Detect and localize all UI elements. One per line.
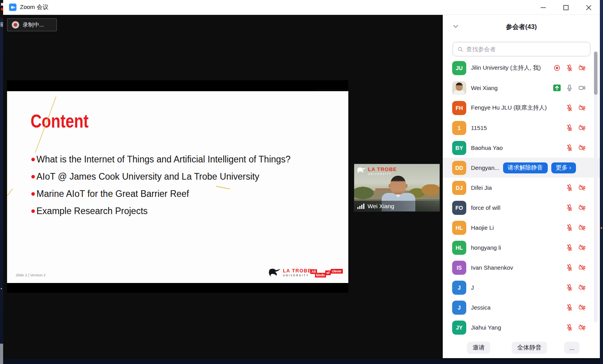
signal-bars-icon bbox=[357, 204, 365, 209]
participant-name: 11515 bbox=[471, 124, 487, 131]
mute-all-button[interactable]: 全体静音 bbox=[512, 342, 547, 354]
video-muted-icon[interactable] bbox=[578, 184, 586, 191]
recording-label: 录制中... bbox=[23, 22, 44, 29]
background-window-edge bbox=[0, 344, 3, 364]
video-muted-icon[interactable] bbox=[578, 224, 586, 231]
search-input[interactable] bbox=[466, 46, 590, 52]
video-muted-icon[interactable] bbox=[578, 204, 586, 211]
mic-muted-icon[interactable] bbox=[566, 264, 573, 271]
mic-muted-icon[interactable] bbox=[566, 144, 573, 151]
participant-row[interactable]: BYBaohua Yao bbox=[443, 138, 600, 158]
avatar bbox=[452, 81, 466, 95]
participants-panel: 参会者(43) JUJilin University (主持人, 我)Wei X… bbox=[443, 15, 600, 358]
video-muted-icon[interactable] bbox=[578, 264, 586, 271]
mic-muted-icon[interactable] bbox=[566, 224, 573, 231]
minimize-button[interactable] bbox=[532, 0, 554, 15]
mic-muted-icon[interactable] bbox=[566, 244, 573, 251]
participant-name: Jilin University (主持人, 我) bbox=[471, 64, 541, 72]
participant-row[interactable]: FOforce of will bbox=[443, 198, 600, 218]
participant-name: Jessica bbox=[471, 304, 491, 311]
mic-muted-icon[interactable] bbox=[566, 184, 573, 191]
avatar: HL bbox=[452, 221, 466, 235]
video-participant-name: Wei Xiang bbox=[368, 203, 394, 209]
bullet-dot-icon bbox=[31, 209, 35, 213]
participant-row[interactable]: Wei Xiang bbox=[443, 78, 600, 98]
video-muted-icon[interactable] bbox=[578, 284, 586, 291]
mic-muted-icon[interactable] bbox=[566, 284, 573, 291]
participant-row[interactable]: JUJilin University (主持人, 我) bbox=[443, 58, 600, 78]
participant-name: J bbox=[471, 284, 474, 291]
slide-title: Content bbox=[31, 110, 89, 132]
slide-bullet: Example Research Projects bbox=[31, 202, 291, 220]
video-muted-icon[interactable] bbox=[578, 64, 586, 72]
presenter-face bbox=[390, 176, 406, 195]
invite-button[interactable]: 邀请 bbox=[467, 342, 490, 354]
eagle-icon bbox=[357, 166, 366, 174]
participant-name: Ivan Shanenkov bbox=[471, 264, 513, 271]
bullet-dot-icon bbox=[31, 158, 35, 161]
video-muted-icon[interactable] bbox=[578, 124, 586, 132]
panel-header: 参会者(43) bbox=[443, 20, 600, 34]
avatar: JY bbox=[452, 321, 466, 335]
panel-footer: 邀请全体静音... bbox=[443, 342, 600, 354]
avatar: DD bbox=[452, 161, 466, 175]
video-muted-icon[interactable] bbox=[578, 304, 586, 311]
video-name-overlay: Wei Xiang bbox=[354, 201, 440, 211]
slide-bullet: Marine AIoT for the Great Barrier Reef bbox=[31, 185, 291, 202]
background-app-glyph: 箭 bbox=[0, 20, 3, 28]
participant-row[interactable]: DDDengyan...请求解除静音更多 › bbox=[443, 158, 600, 178]
shared-slide: latrobe.edu.au Content What is the Inter… bbox=[7, 80, 348, 293]
chevron-down-icon[interactable] bbox=[452, 23, 459, 30]
window-controls bbox=[532, 0, 600, 15]
slide-bullet-list: What is the Internet of Things and Artif… bbox=[31, 151, 291, 220]
bullet-dot-icon bbox=[31, 192, 35, 196]
participant-row[interactable]: JYJiahui Yang bbox=[443, 317, 600, 337]
mic-muted-icon[interactable] bbox=[566, 104, 573, 112]
video-muted-icon[interactable] bbox=[578, 324, 586, 331]
participant-row[interactable]: FHFengye Hu JLU (联席主持人) bbox=[443, 98, 600, 118]
zoom-window: Zoom 会议 录制中... latrobe.edu.au bbox=[3, 0, 600, 359]
participant-row[interactable]: ISIvan Shanenkov bbox=[443, 258, 600, 278]
participant-row[interactable]: JJ bbox=[443, 278, 600, 297]
participant-name: Fengye Hu JLU (联席主持人) bbox=[471, 104, 547, 112]
mic-muted-icon[interactable] bbox=[566, 324, 573, 331]
participant-row[interactable]: HLHaojie Li bbox=[443, 218, 600, 238]
participant-list: JUJilin University (主持人, 我)Wei XiangFHFe… bbox=[443, 58, 600, 337]
mic-icon[interactable] bbox=[566, 84, 573, 92]
participant-name: Haojie Li bbox=[471, 224, 494, 231]
search-icon bbox=[457, 46, 464, 52]
ask-to-unmute-button[interactable]: 请求解除静音 bbox=[503, 162, 548, 173]
scrollbar-thumb[interactable] bbox=[594, 52, 598, 95]
close-button[interactable] bbox=[577, 0, 600, 15]
title-bar: Zoom 会议 bbox=[3, 0, 600, 15]
participant-name: hongyang li bbox=[471, 244, 501, 251]
participant-row[interactable]: 111515 bbox=[443, 118, 600, 138]
participant-name: Wei Xiang bbox=[471, 85, 498, 91]
mic-muted-icon[interactable] bbox=[566, 124, 573, 132]
video-muted-icon[interactable] bbox=[578, 104, 586, 112]
latrobe-tagline: Allkindsofclever bbox=[310, 268, 348, 280]
participant-row[interactable]: HLhongyang li bbox=[443, 238, 600, 258]
desktop-edge-right bbox=[600, 0, 603, 364]
maximize-button[interactable] bbox=[554, 0, 577, 15]
latrobe-logo: LA TROBE UNIVERSITY bbox=[268, 267, 311, 278]
more-options-button[interactable]: ... bbox=[564, 342, 579, 354]
window-title: Zoom 会议 bbox=[20, 4, 49, 11]
video-muted-icon[interactable] bbox=[578, 244, 586, 251]
participant-row[interactable]: DJDifei Jia bbox=[443, 178, 600, 198]
more-button[interactable]: 更多 › bbox=[551, 162, 576, 173]
zoom-app-icon bbox=[9, 4, 16, 11]
recording-indicator[interactable]: 录制中... bbox=[7, 18, 57, 31]
mic-muted-icon[interactable] bbox=[566, 304, 573, 311]
video-thumbnail[interactable]: LA TROBE UNIVERSITY Wei Xiang bbox=[354, 164, 440, 212]
avatar: J bbox=[452, 301, 466, 315]
video-muted-icon[interactable] bbox=[578, 144, 586, 151]
participant-row[interactable]: JJessica bbox=[443, 297, 600, 317]
avatar: J bbox=[452, 281, 466, 295]
mic-muted-icon[interactable] bbox=[566, 204, 573, 211]
avatar: 1 bbox=[452, 121, 466, 135]
video-icon[interactable] bbox=[578, 84, 586, 92]
panel-title: 参会者(43) bbox=[443, 20, 600, 34]
avatar: FO bbox=[452, 201, 466, 215]
mic-muted-icon[interactable] bbox=[566, 64, 573, 72]
